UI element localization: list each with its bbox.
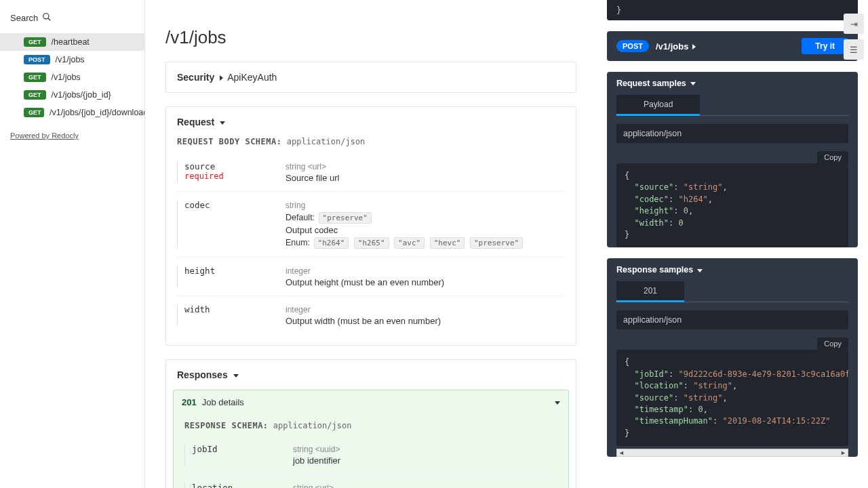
param-row: heightintegerOutput height (must be an e… (177, 258, 565, 296)
security-value: ApiKeyAuth (227, 72, 277, 83)
security-panel[interactable]: Security ApiKeyAuth (165, 62, 576, 93)
code-stub: } (607, 0, 858, 20)
param-desc: job identifier (293, 455, 557, 466)
response-code: { "jobId": "9d222c6d-893e-4e79-8201-3c9c… (616, 350, 848, 446)
request-samples-toggle[interactable]: Request samples (607, 72, 858, 95)
response-samples-box: Response samples 201 application/json Co… (607, 258, 858, 457)
request-samples-box: Request samples Payload application/json… (607, 72, 858, 247)
nav-item[interactable]: GET/heartbeat (0, 33, 144, 51)
method-badge: GET (24, 108, 44, 117)
param-required: required (184, 171, 285, 181)
expand-icon[interactable]: ⇥ (844, 14, 864, 34)
copy-button[interactable]: Copy (817, 338, 848, 350)
chevron-right-icon (218, 72, 223, 83)
response-samples-toggle[interactable]: Response samples (607, 258, 858, 281)
method-badge: GET (24, 90, 46, 100)
param-type: string <url> (285, 162, 326, 171)
try-it-button[interactable]: Try it (802, 38, 848, 54)
nav-path: /v1/jobs/{job_id} (52, 90, 111, 100)
search-box[interactable]: Search (0, 8, 144, 28)
nav-path: /v1/jobs (56, 55, 85, 64)
samples-panel: } POST /v1/jobs Try it Request samples P… (597, 0, 868, 488)
operation-box: POST /v1/jobs Try it (607, 31, 858, 61)
schema-label: REQUEST BODY SCHEMA: (177, 137, 282, 146)
response-message: Job details (202, 397, 553, 407)
nav-item[interactable]: GET/v1/jobs (0, 68, 144, 86)
sidebar: Search GET/heartbeatPOST/v1/jobsGET/v1/j… (0, 0, 145, 488)
param-name: codec (184, 200, 285, 210)
param-name: jobId (192, 444, 293, 454)
param-row: jobIdstring <uuid>job identifier (184, 436, 557, 474)
security-label: Security (177, 72, 214, 83)
responses-panel: Responses 201 Job details RESPONSE SCHEM… (165, 359, 576, 488)
nav-path: /v1/jobs/{job_id}/download (50, 108, 145, 117)
response-201-tab[interactable]: 201 (616, 281, 684, 302)
responses-toggle[interactable]: Responses (166, 360, 576, 390)
chevron-down-icon (232, 369, 239, 380)
param-name: location (192, 483, 293, 488)
param-row: locationstring <url>url of job resource … (184, 474, 557, 488)
response-code: 201 (182, 397, 197, 407)
chevron-down-icon (553, 397, 560, 407)
chevron-right-icon (691, 41, 696, 52)
chevron-down-icon (696, 265, 703, 274)
nav-item[interactable]: POST/v1/jobs (0, 51, 144, 68)
param-desc: Output height (must be an even number) (285, 277, 565, 287)
list-icon[interactable]: ☰ (844, 39, 864, 60)
param-type: string <url> (293, 483, 334, 488)
chevron-down-icon (689, 79, 696, 88)
param-desc: Output width (must be an even number) (285, 316, 565, 326)
method-badge: POST (24, 55, 50, 64)
main-content: /v1/jobs Security ApiKeyAuth Request REQ… (145, 0, 597, 488)
param-name: width (184, 304, 285, 314)
request-toggle[interactable]: Request (166, 107, 576, 137)
param-row: widthintegerOutput width (must be an eve… (177, 296, 565, 334)
param-type: integer (285, 305, 311, 314)
mime-select[interactable]: application/json (616, 310, 848, 329)
response-201: 201 Job details RESPONSE SCHEMA: applica… (173, 390, 569, 488)
payload-code: { "source": "string", "codec": "h264", "… (616, 163, 848, 247)
method-badge: GET (24, 37, 46, 47)
schema-mime: application/json (287, 137, 366, 146)
param-type: string <uuid> (293, 445, 340, 454)
svg-line-1 (48, 18, 51, 21)
nav-item[interactable]: GET/v1/jobs/{job_id} (0, 86, 144, 104)
chevron-down-icon (218, 117, 225, 127)
response-toggle[interactable]: 201 Job details (174, 390, 568, 414)
search-label: Search (10, 13, 38, 23)
param-desc: Output codec (285, 225, 565, 235)
method-badge: GET (24, 73, 46, 82)
param-type: string (285, 201, 305, 210)
search-icon (42, 12, 52, 24)
nav-path: /v1/jobs (52, 73, 81, 82)
request-panel: Request REQUEST BODY SCHEMA: application… (165, 106, 576, 346)
param-type: integer (285, 266, 311, 276)
op-method-badge: POST (616, 40, 649, 52)
powered-by[interactable]: Powered by Redocly (0, 121, 144, 150)
param-desc: Source file url (285, 173, 565, 183)
nav-item[interactable]: GET/v1/jobs/{job_id}/download (0, 104, 144, 121)
param-name: height (184, 266, 285, 276)
param-row: sourcerequiredstring <url>Source file ur… (177, 153, 565, 192)
horizontal-scrollbar[interactable]: ◄► (616, 449, 848, 457)
mime-select[interactable]: application/json (616, 124, 848, 143)
param-name: source (184, 161, 285, 171)
svg-point-0 (43, 14, 49, 19)
copy-button[interactable]: Copy (817, 151, 848, 163)
op-path[interactable]: /v1/jobs (656, 41, 802, 52)
param-row: codecstringDefault: "preserve"Output cod… (177, 192, 565, 258)
payload-tab[interactable]: Payload (616, 95, 700, 116)
endpoint-title: /v1/jobs (165, 27, 576, 48)
nav-path: /heartbeat (52, 37, 90, 47)
